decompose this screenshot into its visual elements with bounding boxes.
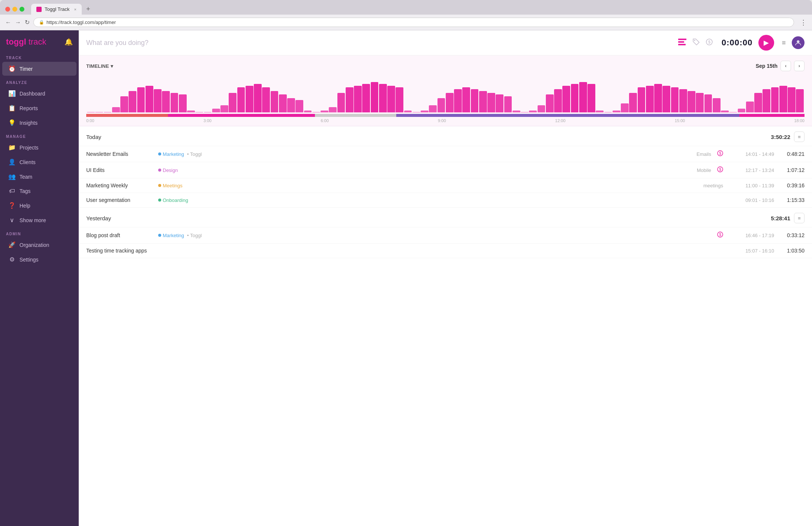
color-segment [739, 114, 805, 117]
minimize-dot[interactable] [12, 7, 17, 12]
avatar[interactable] [792, 36, 805, 49]
notification-bell-icon[interactable]: 🔔 [64, 38, 73, 46]
sidebar-item-tags[interactable]: 🏷 Tags [2, 184, 76, 198]
project-selector-button[interactable] [678, 39, 686, 47]
chart-bar [162, 91, 170, 112]
timeline-date-text: Sep 15th [756, 63, 778, 69]
address-bar[interactable]: 🔒 https://track.toggl.com/app/timer [33, 18, 794, 27]
timeline-header: TIMELINE ▾ Sep 15th ‹ › [86, 61, 805, 71]
entry-tag-badge[interactable]: Marketing [158, 233, 184, 238]
chart-bar [613, 111, 620, 112]
sidebar-item-help[interactable]: ❓ Help [2, 199, 76, 212]
chart-bar [788, 87, 796, 112]
logo-toggl: toggl [6, 37, 26, 46]
entry-tag-badge[interactable]: Marketing [158, 151, 184, 157]
entry-row[interactable]: UI EditsDesignMobile$12:17 - 13:241:07:1… [79, 162, 812, 178]
tab-close-button[interactable]: × [74, 7, 76, 12]
chart-bar [154, 89, 162, 112]
next-date-button[interactable]: › [794, 61, 805, 71]
entry-tag-badge[interactable]: Meetings [158, 183, 183, 188]
chart-bar [554, 89, 562, 112]
yesterday-group: Yesterday 5:28:41 ≡ Blog post draftMarke… [79, 208, 812, 258]
svg-text:$: $ [719, 167, 721, 172]
sidebar-section-analyze: ANALYZE [0, 76, 79, 86]
browser-tab[interactable]: Toggl Track × [31, 4, 82, 15]
sidebar-item-reports[interactable]: 📋 Reports [2, 101, 76, 115]
chart-bar [654, 84, 662, 112]
entry-description: UI Edits [86, 167, 154, 173]
entry-row[interactable]: Marketing WeeklyMeetingsmeetings11:00 - … [79, 178, 812, 193]
browser-menu-button[interactable]: ⋮ [800, 18, 807, 27]
yesterday-header: Yesterday 5:28:41 ≡ [79, 208, 812, 227]
sidebar-item-projects[interactable]: 📁 Projects [2, 140, 76, 154]
billable-icon[interactable]: $ [717, 150, 723, 158]
chart-bar [629, 93, 637, 112]
entry-tag-badge[interactable]: Design [158, 167, 178, 173]
yesterday-label: Yesterday [86, 215, 111, 221]
chart-bar [229, 93, 237, 112]
timer-menu-button[interactable]: ≡ [782, 39, 786, 47]
tag-button[interactable] [692, 38, 700, 48]
prev-date-button[interactable]: ‹ [781, 61, 791, 71]
sidebar-item-settings[interactable]: ⚙ Settings [2, 253, 76, 266]
chart-bar [546, 94, 554, 112]
chart-bar [312, 112, 320, 112]
sidebar-item-timer[interactable]: ⏰ Timer [2, 62, 76, 76]
entry-tags: Design [158, 167, 697, 173]
play-icon: ▶ [764, 39, 769, 47]
entry-row[interactable]: Newsletter EmailsMarketing• TogglEmails$… [79, 146, 812, 162]
entry-task-label: Mobile [697, 167, 711, 173]
billable-icon[interactable]: $ [717, 232, 723, 239]
entry-right: Emails$14:01 - 14:490:48:21 [697, 150, 805, 158]
timer-placeholder[interactable]: What are you doing? [86, 39, 678, 47]
sidebar-item-label-team: Team [19, 174, 32, 180]
back-button[interactable]: ← [5, 19, 11, 26]
maximize-dot[interactable] [19, 7, 24, 12]
yesterday-total-row: 5:28:41 ≡ [771, 213, 805, 223]
reload-button[interactable]: ↻ [25, 19, 30, 26]
entry-right: Mobile$12:17 - 13:241:07:12 [697, 166, 805, 174]
sidebar-section-admin: ADMIN [0, 227, 79, 238]
color-segment [315, 114, 397, 117]
sidebar-item-show-more[interactable]: ∨ Show more [2, 213, 76, 227]
entry-right: 15:07 - 16:101:03:50 [729, 248, 805, 254]
chart-bar [562, 86, 570, 112]
sidebar-item-organization[interactable]: 🚀 Organization [2, 238, 76, 252]
chart-bar [120, 96, 128, 112]
sidebar-item-label-dashboard: Dashboard [19, 91, 45, 97]
chart-bar [779, 86, 787, 112]
chart-bar [529, 111, 537, 112]
entry-row[interactable]: Blog post draftMarketing• Toggl$16:46 - … [79, 227, 812, 243]
billable-button[interactable]: $ [706, 39, 713, 47]
sidebar-item-dashboard[interactable]: 📊 Dashboard [2, 87, 76, 100]
sidebar-item-insights[interactable]: 💡 Insights [2, 116, 76, 130]
sidebar-item-team[interactable]: 👥 Team [2, 170, 76, 184]
timer-play-button[interactable]: ▶ [758, 35, 774, 51]
time-label: 0:00 [86, 118, 94, 123]
sidebar-section-manage: MANAGE [0, 130, 79, 140]
timeline-label[interactable]: TIMELINE ▾ [86, 63, 113, 69]
yesterday-list-toggle[interactable]: ≡ [794, 213, 805, 223]
chart-bar [354, 86, 362, 112]
color-segment [396, 114, 576, 117]
entry-row[interactable]: User segmentationOnboarding09:01 - 10:16… [79, 193, 812, 207]
billable-icon[interactable]: $ [717, 166, 723, 174]
chart-bar [521, 112, 529, 112]
chart-bar [662, 86, 670, 112]
forward-button[interactable]: → [15, 19, 21, 26]
chart-bar [746, 102, 754, 112]
chart-bar [479, 91, 487, 112]
entry-row[interactable]: Testing time tracking apps15:07 - 16:101… [79, 243, 812, 258]
close-dot[interactable] [5, 7, 10, 12]
color-segment [698, 114, 739, 117]
chart-bar [738, 109, 746, 112]
entry-right: meetings11:00 - 11:390:39:16 [703, 182, 805, 188]
main-content: What are you doing? $ 0:00:00 ▶ ≡ [79, 30, 812, 526]
sidebar-item-clients[interactable]: 👤 Clients [2, 155, 76, 169]
today-list-toggle[interactable]: ≡ [794, 132, 805, 142]
show-more-icon: ∨ [8, 217, 16, 224]
new-tab-button[interactable]: + [86, 5, 90, 13]
entry-right: 09:01 - 10:161:15:33 [729, 197, 805, 203]
entry-duration: 0:48:21 [780, 151, 805, 157]
entry-tag-badge[interactable]: Onboarding [158, 197, 188, 203]
